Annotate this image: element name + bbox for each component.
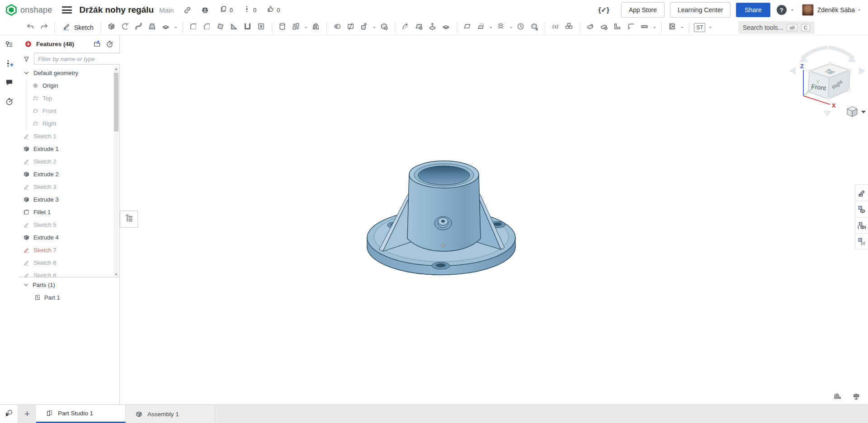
boolean-button[interactable] <box>330 21 344 34</box>
new-folder-icon[interactable] <box>93 40 101 48</box>
redo-button[interactable] <box>37 21 51 34</box>
revolve-button[interactable] <box>118 21 132 34</box>
help-menu[interactable]: ? <box>777 5 795 15</box>
feature-item-sketch-7[interactable]: Sketch 7 <box>18 244 119 256</box>
cylinder-bore[interactable] <box>418 166 470 185</box>
shell-button[interactable] <box>241 21 255 34</box>
feature-item-right[interactable]: Right <box>18 117 119 130</box>
appearance-panel-button[interactable] <box>855 184 868 201</box>
offset-surface-dropdown-icon[interactable] <box>488 21 494 34</box>
feature-item-extrude-3[interactable]: Extrude 3 <box>18 193 119 206</box>
follow-mode-icon[interactable] <box>5 97 14 106</box>
rotate-left-icon[interactable] <box>789 67 796 75</box>
share-button[interactable]: Share <box>736 3 770 17</box>
sheet-metal-corner-button[interactable] <box>624 21 638 34</box>
thicken-button[interactable] <box>159 21 173 34</box>
feature-item-extrude-4[interactable]: Extrude 4 <box>18 231 119 244</box>
feature-item-sketch-6[interactable]: Sketch 6 <box>18 256 119 269</box>
feature-item-sketch-5[interactable]: Sketch 5 <box>18 218 119 231</box>
measure-button[interactable] <box>833 392 842 401</box>
rib-button[interactable] <box>227 21 241 34</box>
graphics-area[interactable]: Top Front Right Z X Y (x) <box>120 35 868 404</box>
stat-versions[interactable]: 0 <box>243 5 256 15</box>
search-tabs-button[interactable] <box>0 405 18 423</box>
configurations-button[interactable]: (x) <box>855 233 868 249</box>
move-face-button[interactable] <box>426 21 439 34</box>
circular-pattern-button[interactable] <box>289 21 303 34</box>
rollback-history-icon[interactable] <box>105 40 114 48</box>
origin-marker[interactable] <box>442 244 444 247</box>
filter-funnel-icon[interactable] <box>23 55 30 63</box>
base-hole-front[interactable] <box>432 262 450 269</box>
custom-features-button[interactable]: ST <box>693 21 707 34</box>
fillet-button[interactable] <box>187 21 200 34</box>
scroll-down-icon[interactable]: ▼ <box>113 273 119 277</box>
user-name[interactable]: Zdeněk Sába <box>817 6 855 14</box>
mass-properties-button[interactable] <box>852 392 861 401</box>
front-boss[interactable] <box>434 216 452 230</box>
feature-filter-input[interactable] <box>34 53 123 65</box>
spin-cw-icon[interactable] <box>828 47 854 58</box>
onshape-logo[interactable]: onshape <box>5 4 52 16</box>
sweep-button[interactable] <box>132 21 146 34</box>
feature-item-default-geometry[interactable]: Default geometry <box>18 66 119 79</box>
add-tab-button[interactable]: + <box>18 405 36 423</box>
feature-item-top[interactable]: Top <box>18 92 119 104</box>
learning-center-button[interactable]: Learning Center <box>670 2 731 18</box>
flange-button[interactable] <box>611 21 624 34</box>
hole-button[interactable] <box>255 21 268 34</box>
workspace-label[interactable]: Main <box>159 6 174 14</box>
publication-dropdown-icon[interactable] <box>679 21 685 34</box>
feature-item-sketch-3[interactable]: Sketch 3 <box>18 180 119 193</box>
feature-item-fillet-1[interactable]: Fillet 1 <box>18 206 119 218</box>
variable-button[interactable]: (x) <box>549 21 562 34</box>
view-cube[interactable]: Top Front Right Z X Y <box>787 43 868 120</box>
feature-item-sketch-2[interactable]: Sketch 2 <box>18 155 119 168</box>
search-tools[interactable]: Search tools... alt C <box>738 21 815 34</box>
mirror-button[interactable] <box>309 21 323 34</box>
spin-ccw-icon[interactable] <box>802 47 827 58</box>
parts-header[interactable]: Parts (1) <box>18 278 119 291</box>
display-states-button[interactable] <box>855 201 868 217</box>
public-globe-icon[interactable] <box>201 6 209 14</box>
publication-button[interactable] <box>665 21 679 34</box>
part-item-part-1[interactable]: Part 1 <box>18 291 119 304</box>
scroll-up-icon[interactable]: ▲ <box>113 67 119 71</box>
plane-button[interactable] <box>461 21 474 34</box>
flat-pattern-button[interactable] <box>638 21 651 34</box>
stat-copies[interactable]: 0 <box>219 5 233 15</box>
draft-button[interactable] <box>214 21 227 34</box>
projected-curve-button[interactable] <box>514 21 528 34</box>
named-positions-button[interactable] <box>855 217 868 233</box>
feature-item-origin[interactable]: Origin <box>18 79 119 92</box>
transform-button[interactable] <box>358 21 371 34</box>
comments-icon[interactable] <box>5 78 14 87</box>
linear-pattern-button[interactable] <box>276 21 289 34</box>
document-title[interactable]: Držák nohy regálu <box>79 5 154 15</box>
import-derived-button[interactable] <box>528 21 541 34</box>
feature-item-sketch-1[interactable]: Sketch 1 <box>18 130 119 142</box>
feature-item-front[interactable]: Front <box>18 104 119 117</box>
feature-item-extrude-2[interactable]: Extrude 2 <box>18 168 119 180</box>
scrollbar-thumb[interactable] <box>114 73 118 132</box>
offset-surface-button[interactable] <box>474 21 488 34</box>
part-model[interactable] <box>357 149 529 285</box>
stat-likes[interactable]: 0 <box>266 5 280 15</box>
custom-features-caret[interactable] <box>707 21 714 34</box>
sketch-button[interactable]: Sketch <box>58 22 97 33</box>
avatar[interactable] <box>802 4 814 16</box>
transform-dropdown-icon[interactable] <box>371 21 377 34</box>
rollback-alert-icon[interactable] <box>24 40 32 48</box>
extrude-button[interactable] <box>105 21 118 34</box>
helix-button[interactable] <box>494 21 508 34</box>
loft-button[interactable] <box>146 21 159 34</box>
tab-part-studio-1[interactable]: Part Studio 1 <box>36 405 126 423</box>
create-version-icon[interactable] <box>5 59 14 68</box>
feature-item-extrude-1[interactable]: Extrude 1 <box>18 142 119 155</box>
document-history-icon[interactable] <box>5 40 14 49</box>
rotate-down-icon[interactable] <box>823 111 831 117</box>
circular-pattern-dropdown-icon[interactable] <box>303 21 309 34</box>
chamfer-button[interactable] <box>200 21 214 34</box>
undo-button[interactable] <box>24 21 37 34</box>
thicken-dropdown-icon[interactable] <box>173 21 179 34</box>
